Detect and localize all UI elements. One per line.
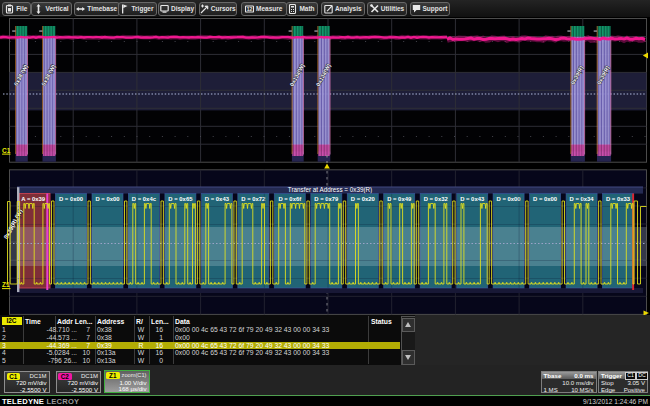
svg-text:D = 0x00: D = 0x00 — [497, 196, 522, 202]
svg-text:D = 0x65: D = 0x65 — [168, 196, 193, 202]
svg-text:D = 0x34: D = 0x34 — [570, 196, 595, 202]
svg-text:Z1: Z1 — [2, 281, 10, 288]
svg-text:D = 0x20: D = 0x20 — [351, 196, 376, 202]
svg-text:D = 0x79: D = 0x79 — [314, 196, 339, 202]
svg-text:D = 0x00: D = 0x00 — [95, 196, 120, 202]
svg-text:D = 0x00: D = 0x00 — [533, 196, 558, 202]
svg-text:12: 12 — [247, 6, 253, 12]
svg-text:D = 0x32: D = 0x32 — [424, 196, 449, 202]
svg-text:D = 0x43: D = 0x43 — [460, 196, 485, 202]
svg-text:A = 0x39: A = 0x39 — [21, 196, 46, 202]
svg-text:C1: C1 — [2, 147, 11, 154]
svg-text:D = 0x33: D = 0x33 — [606, 196, 631, 202]
svg-text:D = 0x6f: D = 0x6f — [278, 196, 301, 202]
svg-text:D = 0x00: D = 0x00 — [59, 196, 84, 202]
svg-text:D = 0x72: D = 0x72 — [241, 196, 266, 202]
svg-text:D = 0x4c: D = 0x4c — [132, 196, 157, 202]
svg-text:D = 0x49: D = 0x49 — [387, 196, 412, 202]
svg-text:D = 0x43: D = 0x43 — [205, 196, 230, 202]
